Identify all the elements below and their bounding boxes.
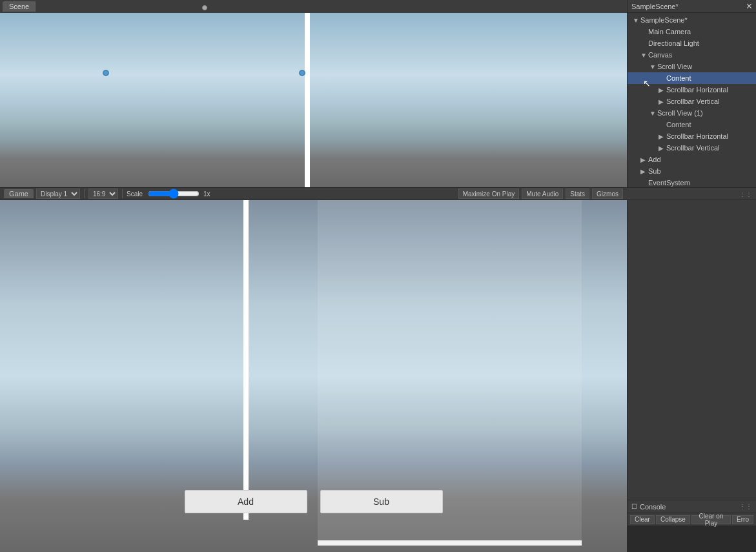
stats-button[interactable]: Stats (566, 189, 589, 199)
hier-item-scrollbar-v-1[interactable]: ▶ Scrollbar Vertical (628, 96, 756, 107)
scale-slider[interactable] (148, 191, 199, 196)
hierarchy-resize-area: ⋮⋮ (623, 190, 752, 198)
collapse-button[interactable]: Collapse (656, 515, 690, 524)
hier-arrow: ▼ (640, 52, 648, 59)
scale-value: 1x (203, 190, 210, 198)
hier-label: Sub (648, 167, 661, 175)
console-title-bar: ☐ Console ⋮⋮ (628, 500, 756, 513)
hier-label: SampleScene* (640, 16, 688, 24)
bottom-area: Add Sub ☐ Console ⋮⋮ Clear Collapse Clea… (0, 200, 756, 552)
hier-label: Main Camera (648, 28, 691, 36)
hier-label: Scroll View (657, 63, 692, 70)
display-select[interactable]: Display 1 (36, 189, 80, 199)
hier-item-canvas[interactable]: ▼ Canvas (628, 49, 756, 61)
toolbar-separator-2 (122, 189, 123, 198)
hier-arrow: ▼ (633, 17, 640, 24)
scene-tab-bar: Scene (0, 0, 627, 13)
hier-arrow: ▶ (659, 98, 666, 105)
hierarchy-empty (628, 200, 756, 500)
game-tab[interactable]: Game (4, 189, 34, 198)
hier-arrow: ▼ (649, 63, 657, 70)
hier-arrow: ▶ (659, 87, 666, 94)
console-checkbox: ☐ (631, 503, 637, 510)
clear-button[interactable]: Clear (630, 515, 655, 524)
hier-label: Scrollbar Vertical (666, 144, 720, 152)
cursor-icon: ↖ (643, 78, 651, 88)
resize-icon: ⋮⋮ (739, 190, 752, 198)
hier-label: Content (666, 121, 691, 128)
hierarchy-close-icon[interactable]: × (746, 1, 752, 12)
hierarchy-content: ▼ SampleScene* Main Camera Directional L… (628, 13, 756, 187)
right-toolbar-buttons: Maximize On Play Mute Audio Stats Gizmos (458, 189, 623, 199)
scroll-dot-right[interactable] (299, 70, 305, 76)
maximize-on-play-button[interactable]: Maximize On Play (458, 189, 520, 199)
top-area: Scene SampleScene* × ▼ SampleScene* Main… (0, 0, 756, 187)
hierarchy-panel: SampleScene* × ▼ SampleScene* Main Camer… (627, 0, 756, 187)
hier-label: Content (666, 74, 691, 82)
clear-on-play-button[interactable]: Clear on Play (691, 515, 731, 524)
hierarchy-title: SampleScene* (631, 3, 679, 10)
game-toolbar: Game Display 1 16:9 Scale 1x Maximize On… (0, 187, 756, 200)
hier-label: Scrollbar Vertical (666, 97, 720, 105)
hier-item-sub[interactable]: ▶ Sub (628, 165, 756, 177)
hier-label: Directional Light (648, 39, 699, 47)
sub-button[interactable]: Sub (320, 490, 443, 513)
scene-background (0, 0, 627, 187)
mute-audio-button[interactable]: Mute Audio (522, 189, 563, 199)
toolbar-separator-1 (84, 189, 85, 198)
scene-tab[interactable]: Scene (3, 1, 36, 12)
game-buttons: Add Sub (0, 490, 627, 513)
hier-arrow: ▶ (659, 145, 666, 152)
hier-item-scroll-view[interactable]: ▼ Scroll View (628, 61, 756, 72)
hier-arrow: ▼ (649, 110, 657, 117)
console-resize-icon: ⋮⋮ (739, 503, 752, 510)
hier-item-main-camera[interactable]: Main Camera (628, 26, 756, 37)
hier-arrow: ▶ (640, 156, 648, 163)
hier-item-scrollbar-v-2[interactable]: ▶ Scrollbar Vertical (628, 142, 756, 154)
hier-label: Scrollbar Horizontal (666, 86, 728, 94)
scene-divider (305, 13, 310, 187)
hier-label: Add (648, 156, 661, 163)
right-panel: ☐ Console ⋮⋮ Clear Collapse Clear on Pla… (627, 200, 756, 552)
scroll-panel-left (6, 200, 249, 520)
hierarchy-title-bar: SampleScene* × (628, 0, 756, 13)
error-button[interactable]: Erro (732, 515, 753, 524)
aspect-select[interactable]: 16:9 (88, 189, 118, 199)
hier-arrow: ▶ (659, 133, 666, 140)
hier-item-sample-scene[interactable]: ▼ SampleScene* (628, 14, 756, 26)
add-button[interactable]: Add (185, 490, 307, 513)
console-toolbar: Clear Collapse Clear on Play Erro (628, 513, 756, 526)
hier-item-directional-light[interactable]: Directional Light (628, 37, 756, 49)
hier-label: Scroll View (1) (657, 109, 703, 117)
scroll-dot-left[interactable] (103, 70, 109, 76)
console-content (628, 526, 756, 552)
hier-item-content-2[interactable]: Content (628, 119, 756, 130)
game-view: Add Sub (0, 200, 627, 552)
hier-item-event-system[interactable]: EventSystem (628, 177, 756, 187)
scene-handle-top (202, 5, 207, 10)
scale-label: Scale (127, 190, 143, 198)
hier-item-scroll-view-1[interactable]: ▼ Scroll View (1) (628, 107, 756, 119)
console-title: Console (640, 503, 666, 511)
gizmos-button[interactable]: Gizmos (592, 189, 623, 199)
scene-view: Scene (0, 0, 627, 187)
hier-item-scrollbar-h-2[interactable]: ▶ Scrollbar Horizontal (628, 130, 756, 142)
hier-item-add[interactable]: ▶ Add (628, 154, 756, 165)
hier-label: EventSystem (648, 179, 690, 187)
hier-arrow: ▶ (640, 168, 648, 175)
hier-label: Scrollbar Horizontal (666, 132, 728, 140)
hier-label: Canvas (648, 51, 672, 59)
console-panel: ☐ Console ⋮⋮ Clear Collapse Clear on Pla… (628, 500, 756, 552)
